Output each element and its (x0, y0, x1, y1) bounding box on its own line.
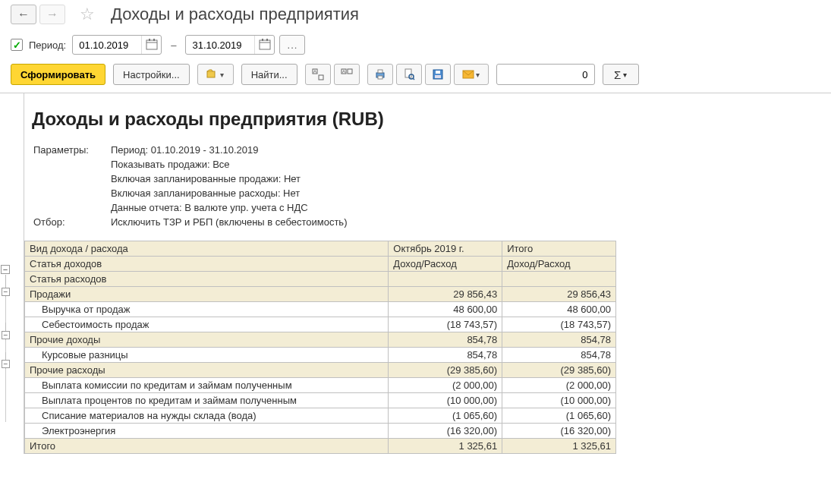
generate-button-label: Сформировать (20, 69, 96, 80)
svg-rect-0 (146, 40, 157, 49)
report-table: Вид дохода / расхода Октябрь 2019 г. Ито… (24, 241, 616, 454)
value-cell: 29 856,43 (502, 287, 616, 302)
svg-rect-8 (207, 71, 215, 77)
value-cell: 1 325,61 (502, 439, 616, 454)
name-cell: Продажи (25, 287, 389, 302)
name-cell: Прочие расходы (25, 363, 389, 378)
svg-rect-23 (435, 75, 441, 78)
svg-rect-3 (153, 39, 155, 41)
value-cell: (2 000,00) (389, 378, 502, 393)
print-button[interactable] (367, 64, 393, 85)
table-row[interactable]: Выручка от продаж48 600,0048 600,00 (25, 302, 616, 317)
expand-groups-button[interactable]: A (305, 64, 331, 85)
header-cell (389, 272, 502, 287)
value-cell: 854,78 (389, 348, 502, 363)
param-line: Данные отчета: В валюте упр. учета с НДС (111, 201, 353, 214)
table-row[interactable]: Себестоимость продаж(18 743,57)(18 743,5… (25, 317, 616, 332)
find-button-label: Найти... (251, 69, 288, 80)
value-cell: 854,78 (502, 332, 616, 348)
name-cell: Выплата процентов по кредитам и займам п… (25, 393, 389, 408)
generate-button[interactable]: Сформировать (11, 64, 105, 85)
svg-rect-10 (319, 75, 323, 80)
variants-button[interactable]: ▾ (197, 64, 234, 85)
calendar-icon[interactable] (254, 36, 274, 54)
value-cell: (1 065,60) (502, 408, 616, 424)
header-cell: Доход/Расход (502, 257, 616, 272)
settings-button[interactable]: Настройки... (113, 64, 190, 85)
printer-icon (374, 68, 386, 80)
value-cell: 48 600,00 (389, 302, 502, 317)
header-cell (502, 272, 616, 287)
period-dash: – (171, 39, 176, 51)
table-row[interactable]: Выплата комиссии по кредитам и займам по… (25, 378, 616, 393)
svg-rect-13 (348, 69, 352, 74)
collapse-box[interactable]: − (2, 331, 10, 339)
collapse-box[interactable]: − (2, 360, 10, 368)
filter-line: Исключить ТЗР и РБП (включены в себестои… (111, 216, 353, 228)
table-row[interactable]: Прочие расходы(29 385,60)(29 385,60) (25, 363, 616, 378)
name-cell: Выплата комиссии по кредитам и займам по… (25, 378, 389, 393)
svg-rect-18 (405, 69, 411, 77)
preview-button[interactable] (396, 64, 422, 85)
param-line: Показывать продажи: Все (111, 158, 353, 171)
tree-collapse-icon: A (341, 68, 353, 80)
value-cell: 48 600,00 (502, 302, 616, 317)
value-cell: 29 856,43 (389, 287, 502, 302)
svg-rect-7 (266, 39, 268, 41)
settings-button-label: Настройки... (123, 69, 180, 80)
value-cell: 1 325,61 (389, 439, 502, 454)
params-label: Параметры: (33, 143, 109, 156)
name-cell: Выручка от продаж (25, 302, 389, 317)
header-cell: Октябрь 2019 г. (389, 241, 502, 257)
param-line: Включая запланированные продажи: Нет (111, 172, 353, 185)
period-checkbox[interactable]: ✓ (11, 39, 23, 51)
value-cell: (10 000,00) (502, 393, 616, 408)
table-row[interactable]: Прочие доходы854,78854,78 (25, 332, 616, 348)
page-magnifier-icon (403, 68, 415, 80)
diskette-icon (432, 68, 444, 80)
report-parameters: Параметры: Период: 01.10.2019 - 31.10.20… (24, 142, 831, 241)
period-to-input[interactable] (185, 35, 275, 55)
folder-arrow-icon (206, 68, 219, 80)
find-button[interactable]: Найти... (241, 64, 297, 85)
calendar-icon[interactable] (141, 36, 161, 54)
chevron-down-icon: ▾ (476, 71, 480, 79)
header-cell: Статья доходов (25, 257, 389, 272)
report-title: Доходы и расходы предприятия (RUB) (24, 93, 831, 142)
value-cell: (18 743,57) (502, 317, 616, 332)
param-line: Включая запланированные расходы: Нет (111, 187, 353, 200)
table-row[interactable]: Продажи29 856,4329 856,43 (25, 287, 616, 302)
table-row[interactable]: Итого1 325,611 325,61 (25, 439, 616, 454)
table-row[interactable]: Электроэнергия(16 320,00)(16 320,00) (25, 424, 616, 439)
collapse-groups-button[interactable]: A (334, 64, 360, 85)
chevron-down-icon: ▾ (623, 71, 627, 79)
svg-rect-6 (262, 39, 263, 41)
svg-text:A: A (313, 69, 316, 74)
favorite-star-icon[interactable]: ☆ (77, 5, 97, 24)
table-row[interactable]: Курсовые разницы854,78854,78 (25, 348, 616, 363)
page-title: Доходы и расходы предприятия (111, 5, 359, 24)
svg-rect-16 (378, 70, 382, 73)
chevron-down-icon: ▾ (220, 71, 224, 79)
value-cell: (10 000,00) (389, 393, 502, 408)
period-to-field[interactable] (186, 39, 254, 51)
value-cell: (16 320,00) (389, 424, 502, 439)
row-outline-gutter: − − − (0, 241, 24, 454)
arrow-right-icon: → (46, 8, 58, 21)
table-row[interactable]: Списание материалов на нужды склада (вод… (25, 408, 616, 424)
svg-rect-22 (436, 71, 440, 74)
header-cell: Вид дохода / расхода (25, 241, 389, 257)
table-row[interactable]: Выплата процентов по кредитам и займам п… (25, 393, 616, 408)
save-button[interactable] (425, 64, 451, 85)
period-from-field[interactable] (73, 39, 141, 51)
email-button[interactable]: ▾ (454, 64, 489, 85)
period-from-input[interactable] (72, 35, 162, 55)
period-more-button[interactable]: ... (279, 35, 305, 55)
forward-button[interactable]: → (39, 5, 65, 24)
sum-input[interactable] (496, 64, 595, 85)
collapse-box[interactable]: − (2, 288, 10, 296)
back-button[interactable]: ← (11, 5, 36, 24)
sum-button[interactable]: Σ ▾ (603, 64, 639, 85)
value-cell: (2 000,00) (502, 378, 616, 393)
svg-rect-4 (260, 40, 270, 49)
